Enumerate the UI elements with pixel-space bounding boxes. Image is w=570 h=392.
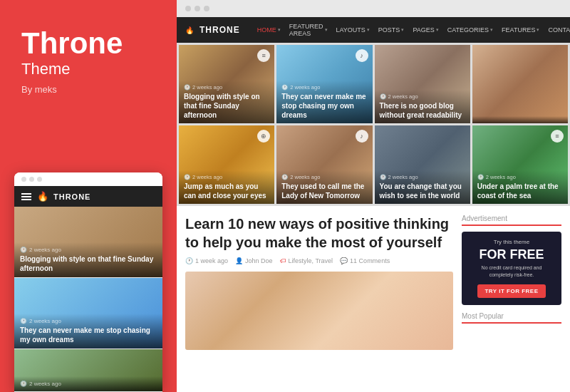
grid-time-5: 🕐 2 weeks ago	[184, 174, 269, 180]
grid-icon-1: ≡	[257, 49, 270, 62]
nav-item-featured[interactable]: FEATURED AREAS ▾	[285, 23, 332, 37]
grid-time-6: 🕐 2 weeks ago	[281, 174, 367, 180]
mobile-card-1-overlay: 🕐 2 weeks ago Blogging with style on tha…	[14, 242, 162, 277]
grid-time-3: 🕐 2 weeks ago	[380, 93, 465, 100]
photo-grid: 🕐 2 weeks ago Blogging with style on tha…	[177, 43, 570, 206]
ad-cta-button[interactable]: TRY IT FOR FREE	[477, 284, 545, 298]
nav-item-home[interactable]: HOME ▾	[253, 26, 285, 33]
mobile-card-2-overlay: 🕐 2 weeks ago They can never make me sto…	[14, 314, 162, 349]
nav-item-contact[interactable]: CONTACT	[544, 26, 570, 33]
mobile-card-3-time: 🕐 2 weeks ago	[20, 381, 157, 387]
grid-item-1[interactable]: 🕐 2 weeks ago Blogging with style on tha…	[179, 45, 274, 123]
article-categories: 🏷 Lifestyle, Travel	[280, 257, 333, 264]
nav-items: HOME ▾ FEATURED AREAS ▾ LAYOUTS ▾ POSTS …	[253, 23, 570, 37]
article-author: 👤 John Doe	[235, 257, 273, 264]
grid-item-7[interactable]: 🕐 2 weeks ago You are change that you wi…	[375, 125, 470, 204]
sidebar: Advertisement Try this theme FOR FREE No…	[462, 215, 561, 383]
nav-item-features[interactable]: FEATURES ▾	[497, 26, 544, 33]
grid-time-1: 🕐 2 weeks ago	[184, 84, 269, 91]
mobile-dot-2	[29, 177, 34, 182]
mobile-card-2-time: 🕐 2 weeks ago	[20, 318, 157, 324]
grid-icon-6: ♪	[356, 130, 368, 143]
author-icon: 👤	[235, 257, 243, 264]
grid-overlay-3: 🕐 2 weeks ago There is no good blog with…	[375, 90, 470, 123]
mobile-card-1-time: 🕐 2 weeks ago	[20, 247, 157, 253]
mobile-preview: 🔥 THRONE 🕐 2 weeks ago Blogging with sty…	[14, 172, 162, 392]
grid-time-8: 🕐 2 weeks ago	[477, 174, 563, 180]
grid-overlay-6: 🕐 2 weeks ago They used to call me the L…	[276, 170, 372, 204]
grid-item-5[interactable]: 🕐 2 weeks ago Jump as much as you can an…	[179, 125, 274, 204]
grid-overlay-8: 🕐 2 weeks ago Under a palm tree at the c…	[472, 170, 568, 204]
mobile-nav: 🔥 THRONE	[14, 186, 162, 207]
browser-dot-3	[204, 6, 209, 11]
mobile-dot-3	[37, 177, 42, 182]
nav-item-layouts[interactable]: LAYOUTS ▾	[332, 26, 374, 33]
grid-title-8: Under a palm tree at the coast of the se…	[477, 182, 563, 200]
browser-dot-1	[185, 6, 191, 11]
site-logo: 🔥 THRONE	[185, 25, 240, 35]
mobile-card-3-overlay: 🕐 2 weeks ago	[14, 376, 162, 391]
grid-overlay-5: 🕐 2 weeks ago Jump as much as you can an…	[179, 170, 274, 204]
grid-icon-8: ≡	[551, 130, 564, 143]
caret-home: ▾	[278, 27, 281, 33]
mobile-titlebar	[14, 172, 162, 186]
sidebar-popular-label: Most Popular	[462, 312, 561, 324]
nav-item-posts[interactable]: POSTS ▾	[374, 26, 409, 33]
comment-icon: 💬	[340, 257, 348, 264]
grid-icon-5: ⊕	[257, 130, 270, 143]
mobile-logo: 🔥 THRONE	[37, 191, 90, 202]
article-image	[185, 272, 453, 350]
article-section: Learn 10 new ways of positive thinking t…	[185, 215, 453, 383]
caret-categories: ▾	[490, 27, 493, 33]
left-panel: Throne Theme By meks 🔥 THRONE 🕐	[0, 0, 177, 392]
grid-overlay-7: 🕐 2 weeks ago You are change that you wi…	[375, 170, 470, 204]
hamburger-icon[interactable]	[21, 193, 31, 200]
grid-overlay-2: 🕐 2 weeks ago They can never make me sto…	[276, 81, 372, 123]
caret-layouts: ▾	[367, 27, 370, 33]
article-title: Learn 10 new ways of positive thinking t…	[185, 215, 453, 252]
mobile-dot-1	[21, 177, 26, 182]
ad-try-text: Try this theme	[469, 239, 554, 245]
brand-subtitle: Theme	[21, 60, 155, 78]
grid-item-6[interactable]: 🕐 2 weeks ago They used to call me the L…	[276, 125, 372, 204]
ad-sub-text: No credit card required and completely r…	[469, 264, 554, 279]
mobile-card-3[interactable]: 🕐 2 weeks ago	[14, 349, 162, 392]
clock-icon: 🕐	[185, 257, 193, 264]
grid-title-3: There is no good blog without great read…	[380, 101, 465, 120]
caret-posts: ▾	[401, 27, 404, 33]
brand-author: By meks	[21, 84, 155, 95]
main-area: Learn 10 new ways of positive thinking t…	[177, 206, 570, 392]
grid-overlay-4	[472, 116, 568, 123]
browser-chrome	[177, 0, 570, 17]
caret-features: ▾	[537, 27, 539, 33]
site-logo-text: THRONE	[200, 25, 240, 35]
caret-featured: ▾	[325, 27, 328, 33]
grid-icon-2: ♪	[356, 49, 368, 62]
grid-item-8[interactable]: 🕐 2 weeks ago Under a palm tree at the c…	[472, 125, 568, 204]
article-comments: 💬 11 Comments	[340, 257, 390, 264]
grid-title-5: Jump as much as you can and close your e…	[184, 182, 269, 200]
grid-item-3[interactable]: 🕐 2 weeks ago There is no good blog with…	[375, 45, 470, 123]
grid-item-4[interactable]	[472, 45, 568, 123]
grid-item-2[interactable]: 🕐 2 weeks ago They can never make me sto…	[276, 45, 372, 123]
ad-box: Try this theme FOR FREE No credit card r…	[462, 232, 561, 305]
mobile-content: 🕐 2 weeks ago Blogging with style on tha…	[14, 207, 162, 392]
mobile-card-2[interactable]: 🕐 2 weeks ago They can never make me sto…	[14, 278, 162, 349]
nav-item-categories[interactable]: CATEGORIES ▾	[443, 26, 497, 33]
tag-icon: 🏷	[280, 257, 286, 264]
browser-dot-2	[195, 6, 200, 11]
flame-icon-mobile: 🔥	[37, 191, 48, 202]
mobile-card-1[interactable]: 🕐 2 weeks ago Blogging with style on tha…	[14, 207, 162, 278]
article-image-bg	[185, 272, 453, 350]
nav-item-pages[interactable]: PAGES ▾	[408, 26, 442, 33]
brand-title: Throne	[21, 29, 155, 58]
grid-title-6: They used to call me the Lady of New Tom…	[281, 182, 367, 200]
ad-big-text: FOR FREE	[469, 248, 554, 261]
browser-content: 🔥 THRONE HOME ▾ FEATURED AREAS ▾ LAYOUTS…	[177, 17, 570, 392]
grid-time-2: 🕐 2 weeks ago	[281, 84, 367, 91]
mobile-card-2-title: They can never make me stop chasing my o…	[20, 326, 157, 344]
sidebar-ad-label: Advertisement	[462, 215, 561, 226]
grid-title-7: You are change that you wish to see in t…	[380, 182, 465, 200]
grid-time-7: 🕐 2 weeks ago	[380, 174, 465, 180]
caret-pages: ▾	[436, 27, 439, 33]
